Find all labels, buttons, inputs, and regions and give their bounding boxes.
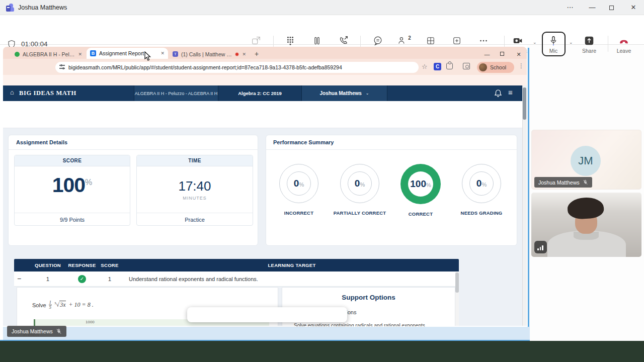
bim-class-tab[interactable]: ALGEBRA II H - Peluzzo - ALGEBRA II H (134, 85, 218, 101)
browser-maximize-button[interactable] (500, 52, 504, 56)
col-question: QUESTION (30, 259, 65, 272)
teams-logo-icon (6, 3, 15, 12)
user-menu-chevron-icon: ⌄ (366, 91, 369, 96)
browser-minimize-button[interactable]: — (479, 50, 495, 59)
notifications-bell-icon[interactable] (494, 89, 502, 98)
bookmarks-bar: ebnet.org bookmarks (3, 75, 527, 85)
axis-value: 1000 (86, 320, 95, 324)
maximize-icon (609, 6, 614, 10)
bim-brand[interactable]: BIG IDEAS MATH (19, 89, 76, 97)
browser-tab-assignment-report[interactable]: B Assignment Report ✕ (87, 48, 168, 59)
performance-summary-title: Performance Summary (273, 139, 334, 145)
url-text[interactable]: bigideasmath.com/MRL/public/app/#/studen… (68, 64, 342, 70)
search-tabs-icon[interactable] (463, 63, 470, 69)
recording-indicator-icon (235, 52, 239, 56)
presenter-name-overlay: Joshua Matthews (7, 326, 66, 337)
new-tab-button[interactable]: + (255, 50, 259, 58)
share-button[interactable]: Share (575, 35, 603, 54)
time-card: TIME 17:40 MINUTES Practice (136, 155, 253, 226)
row-collapse-icon[interactable]: − (17, 275, 21, 283)
leave-call-icon (610, 35, 638, 47)
bim-home-icon[interactable]: ⌂ (10, 88, 14, 96)
bim-user-menu[interactable]: Joshua Matthews⌄ (302, 85, 387, 101)
card-divider (266, 149, 517, 150)
mic-options-chevron[interactable]: ⌄ (569, 40, 573, 45)
browser-menu-kebab-icon[interactable]: ⋮ (518, 62, 524, 69)
minimize-icon: — (589, 4, 596, 11)
window-more-button[interactable]: ⋯ (560, 0, 580, 15)
popout-icon (242, 35, 270, 47)
meeting-toolbar: 01:00:04 Pop out Dial pad Hold Transfer … (0, 15, 644, 45)
people-count-badge: 2 (408, 35, 411, 41)
table-scrollbar-thumb[interactable] (455, 273, 459, 293)
col-learning-target: LEARNING TARGET (252, 259, 332, 272)
sharing-banner (187, 307, 347, 322)
camera-options-chevron[interactable]: ⌄ (533, 40, 537, 45)
time-value: 17:40 (137, 178, 253, 194)
score-points[interactable]: 9/9 Points (15, 213, 130, 226)
participant-tile-video[interactable] (531, 193, 641, 257)
browser-tab-teams-calls[interactable]: T (1) Calls | Matthew Bershad ✕ (169, 49, 250, 59)
breadcrumb-bar: Assignment Reports / Alg2H 5.4 HW (3, 101, 522, 128)
ellipsis-icon: ⋯ (567, 4, 574, 11)
screen: Joshua Matthews ⋯ — ✕ 01:00:04 Pop out D… (0, 0, 644, 362)
mic-icon (539, 35, 568, 47)
shared-screen-taskbar: Search X ⌃ ↻ 8:31 PM2/18/2026 (3, 327, 530, 340)
bookmark-star-icon[interactable]: ☆ (422, 63, 428, 70)
donut-incorrect: 0% INCORRECT (269, 164, 329, 216)
score-value: 100 (52, 173, 85, 197)
participant-avatar: JM (571, 146, 601, 176)
people-icon: 2 (390, 35, 418, 47)
window-minimize-button[interactable]: — (582, 0, 602, 15)
windows-taskbar: Type here to search ✦ ✦ N 2 W ✂ ♫ ⚙ ✎ EN… (0, 341, 644, 362)
participant-name-tag: Joshua Matthews (534, 177, 592, 188)
time-mode: Practice (137, 213, 253, 226)
camera-icon (504, 35, 532, 47)
page-scrollbar[interactable] (522, 85, 527, 326)
time-unit: MINUTES (137, 196, 253, 201)
close-icon: ✕ (631, 4, 636, 11)
profile-avatar (479, 63, 487, 71)
support-line-clipped[interactable]: Solve equations containing radicals and … (294, 323, 445, 326)
page-scrollbar-thumb[interactable] (523, 87, 526, 120)
card-divider (8, 149, 258, 150)
score-percent-sign: % (85, 178, 92, 187)
row-score: 1 (97, 272, 122, 287)
score-card: SCORE 100% 9/9 Points (14, 155, 130, 226)
tab-close-icon[interactable]: ✕ (242, 52, 246, 57)
window-title: Joshua Matthews (18, 4, 67, 11)
score-header: SCORE (15, 155, 130, 166)
window-close-button[interactable]: ✕ (623, 0, 643, 15)
donut-correct: 100% CORRECT (390, 164, 451, 217)
mic-button[interactable]: Mic (539, 35, 568, 54)
view-grid-icon (417, 35, 445, 47)
tab-favicon-teams: T (173, 51, 178, 57)
dialpad-icon (276, 35, 304, 47)
mic-muted-icon (56, 328, 62, 334)
apps-plus-icon (443, 35, 471, 47)
row-learning-target: Understand rational exponents and radica… (129, 272, 258, 287)
question-equation: Solve 15 3√3x + 10 = 8 . (32, 300, 94, 310)
tab-favicon-green (15, 52, 20, 57)
share-icon (575, 35, 603, 47)
assignment-details-title: Assignment Details (16, 139, 67, 145)
col-response: RESPONSE (64, 259, 100, 272)
bim-course-tab[interactable]: Algebra 2: CC 2019 (218, 85, 302, 101)
teams-title-bar: Joshua Matthews ⋯ — ✕ (0, 0, 644, 15)
leave-button[interactable]: Leave (610, 35, 638, 54)
browser-close-button[interactable]: ✕ (511, 50, 526, 59)
row-question-number: 1 (30, 272, 65, 287)
time-header: TIME (137, 155, 253, 166)
browser-tab-algebra[interactable]: ALGEBRA II H - Peluzzo ✕ (11, 49, 86, 59)
tab-close-icon[interactable]: ✕ (160, 51, 165, 56)
donut-partially-correct: 0% PARTIALLY CORRECT (330, 164, 390, 216)
extension-c-icon[interactable]: C (434, 63, 441, 70)
mouse-cursor (144, 51, 151, 61)
tab-favicon-bim: B (90, 50, 96, 56)
site-settings-icon[interactable] (59, 65, 65, 69)
correct-check-icon: ✓ (78, 275, 86, 283)
extensions-puzzle-icon[interactable] (446, 63, 453, 69)
col-score: SCORE (97, 259, 122, 272)
bim-menu-icon[interactable]: ≡ (508, 88, 513, 97)
tab-close-icon[interactable]: ✕ (78, 52, 82, 57)
